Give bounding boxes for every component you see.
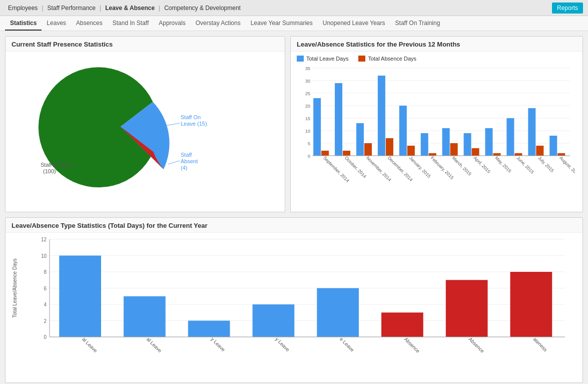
svg-rect-19 (335, 83, 342, 156)
tab-statistics[interactable]: Statistics (5, 17, 42, 31)
svg-rect-27 (506, 118, 514, 156)
nav-sep-2: | (99, 5, 102, 12)
pie-chart-body: Staff At Work (100) Staff On Leave (15) … (6, 52, 285, 212)
svg-text:Total Leave/Absence Days: Total Leave/Absence Days (12, 258, 18, 317)
svg-rect-22 (399, 106, 407, 156)
svg-text:March, 2015: March, 2015 (451, 155, 472, 176)
tab-unopened-leave-years[interactable]: Unopened Leave Years (318, 17, 390, 31)
svg-text:20: 20 (305, 104, 310, 109)
pie-chart-title: Current Staff Presence Statistics (6, 37, 285, 52)
bar-chart-year-title: Leave/Absence Type Statistics (Total Day… (6, 218, 582, 233)
tab-absences[interactable]: Absences (71, 17, 108, 31)
svg-rect-76 (446, 280, 488, 337)
bar-chart-year-panel: Leave/Absence Type Statistics (Total Day… (5, 217, 583, 383)
svg-rect-25 (464, 133, 471, 156)
legend-leave-color (297, 56, 304, 62)
svg-text:15: 15 (305, 116, 310, 121)
svg-rect-37 (472, 148, 479, 156)
svg-rect-70 (59, 256, 101, 337)
svg-text:al Leave: al Leave (81, 336, 99, 354)
tab-staff-on-training[interactable]: Staff On Training (390, 17, 445, 31)
svg-rect-32 (364, 143, 372, 156)
svg-text:July, 2015: July, 2015 (537, 155, 555, 173)
svg-text:2: 2 (44, 318, 47, 324)
svg-rect-39 (514, 153, 522, 156)
svg-rect-31 (343, 151, 350, 156)
svg-rect-18 (313, 98, 321, 156)
svg-text:al Leave: al Leave (146, 336, 163, 354)
svg-text:October, 2014: October, 2014 (344, 155, 367, 179)
svg-text:0: 0 (44, 334, 47, 340)
nav-sep-3: | (158, 5, 161, 12)
legend-leave: Total Leave Days (297, 56, 348, 62)
nav-staff-performance[interactable]: Staff Performance (45, 5, 99, 12)
svg-rect-71 (124, 296, 166, 337)
svg-text:Absence: Absence (467, 336, 485, 354)
main-content: Current Staff Presence Statistics (0, 31, 588, 384)
svg-rect-72 (188, 321, 230, 337)
svg-text:12: 12 (41, 237, 47, 242)
svg-rect-23 (421, 133, 428, 156)
legend-absence-color (358, 56, 365, 62)
legend-absence: Total Absence Days (358, 56, 416, 62)
bar-chart-12months-svg: 05101520253035September, 2014October, 20… (295, 66, 575, 206)
svg-rect-21 (378, 76, 385, 156)
tab-stand-in-staff[interactable]: Stand In Staff (108, 17, 154, 31)
svg-text:0: 0 (308, 154, 310, 159)
svg-text:e Leave: e Leave (339, 336, 355, 353)
svg-rect-41 (557, 153, 565, 156)
top-navigation: Employees | Staff Performance | Leave & … (0, 0, 588, 16)
svg-text:10: 10 (305, 129, 310, 134)
bar-chart-12months-panel: Leave/Absence Statistics for the Previou… (290, 36, 583, 212)
svg-rect-30 (321, 151, 329, 156)
svg-text:8: 8 (44, 269, 47, 275)
pie-label-absent-2: Absent (181, 158, 198, 164)
svg-rect-29 (549, 136, 557, 156)
svg-rect-73 (253, 304, 295, 337)
legend-leave-label: Total Leave Days (306, 56, 348, 62)
svg-text:Absence: Absence (403, 336, 421, 354)
svg-text:4: 4 (44, 302, 47, 307)
svg-text:30: 30 (305, 79, 310, 84)
nav-competency[interactable]: Competency & Development (161, 5, 244, 12)
tab-leaves[interactable]: Leaves (42, 17, 71, 31)
nav-sep-1: | (41, 5, 44, 12)
pie-label-absent-3: (4) (181, 165, 187, 171)
svg-text:January, 2015: January, 2015 (408, 155, 432, 179)
svg-text:y Leave: y Leave (210, 336, 226, 353)
svg-text:10: 10 (41, 253, 47, 259)
nav-leave-absence[interactable]: Leave & Absence (102, 5, 158, 12)
svg-rect-33 (386, 138, 393, 156)
bar-chart-12months-title: Leave/Absence Statistics for the Previou… (291, 37, 582, 52)
svg-rect-35 (429, 153, 436, 156)
nav-employees[interactable]: Employees (5, 5, 41, 12)
svg-text:June, 2015: June, 2015 (515, 155, 535, 175)
svg-rect-40 (536, 146, 543, 156)
svg-text:August, 2015: August, 2015 (558, 155, 575, 178)
top-row: Current Staff Presence Statistics (5, 36, 583, 212)
pie-chart-svg: Staff At Work (100) Staff On Leave (15) … (6, 52, 266, 202)
pie-label-on-leave-2: Leave (15) (181, 121, 207, 127)
bar-chart-year-svg: Total Leave/Absence Days024681012al Leav… (10, 237, 575, 377)
pie-label-absent: Staff (181, 152, 192, 158)
svg-rect-74 (317, 288, 359, 337)
svg-text:y Leave: y Leave (274, 336, 291, 353)
svg-text:25: 25 (305, 91, 310, 96)
reports-button[interactable]: Reports (552, 3, 583, 14)
svg-text:February, 2015: February, 2015 (430, 155, 455, 180)
svg-text:35: 35 (305, 66, 310, 71)
tab-overstay-actions[interactable]: Overstay Actions (191, 17, 246, 31)
svg-line-0 (166, 123, 180, 126)
svg-rect-38 (493, 153, 501, 156)
svg-rect-77 (510, 272, 552, 337)
pie-label-at-work-count: (100) (43, 168, 56, 174)
svg-text:May, 2015: May, 2015 (494, 155, 512, 173)
tab-approvals[interactable]: Approvals (154, 17, 190, 31)
svg-rect-34 (407, 146, 415, 156)
svg-text:ateness: ateness (532, 336, 548, 353)
legend-absence-label: Total Absence Days (368, 56, 416, 62)
svg-text:5: 5 (308, 141, 310, 146)
tab-leave-year-summaries[interactable]: Leave Year Summaries (246, 17, 318, 31)
svg-text:6: 6 (44, 286, 47, 291)
svg-text:April, 2015: April, 2015 (472, 155, 491, 174)
